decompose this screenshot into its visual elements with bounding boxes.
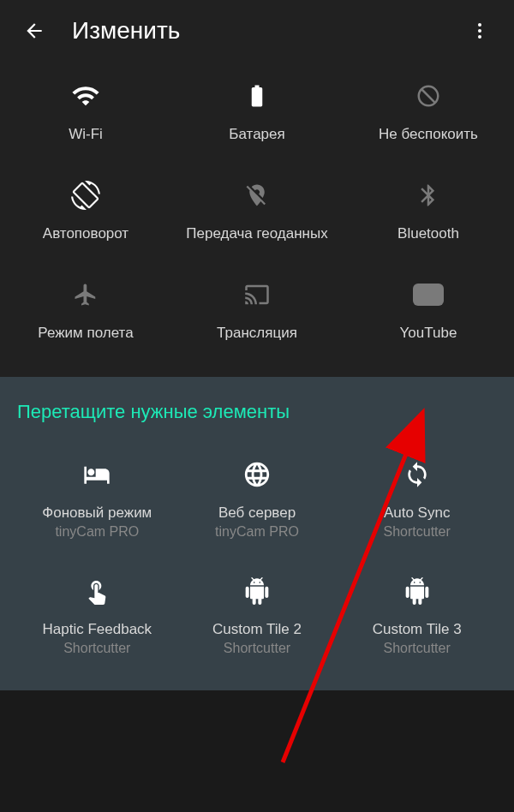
header: Изменить (0, 0, 514, 62)
tile-custom3[interactable]: Custom Tile 3 Shortcutter (337, 574, 497, 656)
tile-dnd[interactable]: Не беспокоить (343, 79, 514, 144)
bed-icon (80, 457, 114, 492)
tile-label: Auto Sync (384, 504, 451, 522)
tile-sublabel: tinyCam PRO (55, 524, 139, 540)
tile-label: Передача геоданных (186, 224, 327, 243)
tile-cast[interactable]: Трансляция (171, 278, 343, 343)
tile-label: Автоповорот (43, 224, 128, 243)
autorotate-icon (69, 178, 103, 212)
tile-label: Bluetooth (397, 224, 459, 243)
tile-autorotate[interactable]: Автоповорот (0, 178, 171, 243)
globe-icon (240, 457, 274, 492)
cast-icon (240, 278, 274, 312)
touch-icon (80, 574, 114, 608)
wifi-icon (69, 79, 103, 113)
tile-youtube[interactable]: YouTube (343, 278, 514, 343)
tile-haptic[interactable]: Haptic Feedback Shortcutter (17, 574, 177, 656)
do-not-disturb-icon (411, 79, 445, 113)
tile-location[interactable]: Передача геоданных (171, 178, 343, 243)
tile-label: Батарея (229, 125, 284, 144)
location-off-icon (240, 178, 274, 212)
battery-icon (240, 79, 274, 113)
airplane-icon (69, 278, 103, 312)
android-icon (240, 574, 274, 608)
tile-sublabel: Shortcutter (63, 641, 130, 656)
tile-sublabel: Shortcutter (384, 524, 451, 540)
page-title: Изменить (72, 17, 463, 45)
active-tiles-section: Wi-Fi Батарея Не беспокоить Автоповорот … (0, 62, 514, 377)
tile-custom2[interactable]: Custom Tile 2 Shortcutter (177, 574, 338, 656)
available-tiles-section: Перетащите нужные элементы Фоновый режим… (0, 377, 514, 690)
tile-sublabel: Shortcutter (384, 641, 451, 656)
svg-point-1 (478, 29, 481, 33)
tile-autosync[interactable]: Auto Sync Shortcutter (337, 457, 497, 540)
tile-battery[interactable]: Батарея (171, 79, 343, 144)
tile-label: Фоновый режим (42, 504, 152, 522)
tile-label: Custom Tile 2 (212, 620, 302, 639)
arrow-back-icon (23, 20, 45, 42)
sync-icon (400, 457, 434, 492)
svg-point-0 (478, 23, 481, 27)
more-button[interactable] (463, 14, 497, 48)
tile-label: Не беспокоить (379, 125, 478, 144)
tile-bgmode[interactable]: Фоновый режим tinyCam PRO (17, 457, 177, 540)
tile-label: Wi-Fi (69, 125, 103, 144)
back-button[interactable] (17, 14, 51, 48)
svg-point-2 (478, 35, 481, 39)
tile-label: YouTube (400, 324, 457, 343)
tile-label: Custom Tile 3 (373, 620, 462, 639)
tile-bluetooth[interactable]: Bluetooth (343, 178, 514, 243)
tile-label: Haptic Feedback (43, 620, 152, 639)
youtube-icon (411, 278, 445, 312)
tile-wifi[interactable]: Wi-Fi (0, 79, 171, 144)
tile-airplane[interactable]: Режим полета (0, 278, 171, 343)
bluetooth-icon (411, 178, 445, 212)
section-title: Перетащите нужные элементы (17, 401, 497, 423)
more-vert-icon (469, 21, 490, 41)
tile-webserver[interactable]: Веб сервер tinyCam PRO (177, 457, 338, 540)
tile-sublabel: tinyCam PRO (215, 524, 299, 540)
android-icon (400, 574, 434, 608)
tile-sublabel: Shortcutter (224, 641, 290, 656)
tile-label: Режим полета (38, 324, 133, 343)
tile-label: Веб сервер (218, 504, 296, 522)
tile-label: Трансляция (217, 324, 297, 343)
svg-rect-3 (413, 284, 444, 306)
